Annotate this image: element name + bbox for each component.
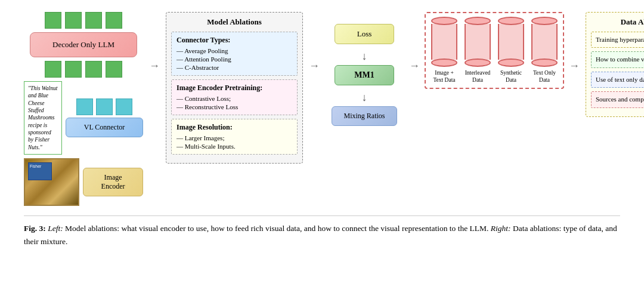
ct-item-3: C-Abstractor [177, 63, 292, 72]
arrow-data-to-ablations: → [569, 12, 580, 72]
ie-item-1: Contrastive Loss; [177, 94, 292, 103]
image-resolution-group: Image Resolution: Larger Images; Multi-S… [171, 119, 298, 155]
caption: Fig. 3: Left: Model ablations: what visu… [24, 215, 620, 248]
arrow-icon: → [149, 60, 160, 72]
cylinder-synthetic: SyntheticData [496, 17, 526, 84]
green-block-m3 [85, 61, 102, 78]
cyl3-label: SyntheticData [500, 69, 522, 84]
ir-item-2: Multi-Scale Inputs. [177, 142, 292, 150]
caption-italic-right: Right: [491, 224, 511, 233]
arrow-icon-4: → [569, 60, 580, 72]
mm1-label: MM1 [354, 70, 374, 79]
vl-connector-label: VL Connector [84, 123, 125, 131]
loss-box: Loss [335, 24, 394, 44]
cyl1-top [431, 17, 457, 25]
da-item-3: Use of text only data? [591, 72, 644, 88]
bottom-row: Fisher Image Encoder [24, 158, 143, 206]
cyl4-body [531, 24, 558, 60]
cyan-block-3 [116, 98, 132, 115]
cyan-blocks-group: VL Connector [66, 98, 143, 137]
green-block-3 [85, 12, 102, 29]
da-item-2: How to combine various data? [591, 51, 644, 67]
cyl4-top [531, 17, 558, 25]
green-block-2 [65, 12, 82, 29]
cylinder-interleaved: InterleavedData [463, 17, 493, 84]
data-ablations-section: Data Ablations Training hyperparameters … [586, 12, 644, 117]
arrow-center-to-data: → [409, 12, 420, 72]
food-image-placeholder: Fisher [24, 158, 79, 206]
mm1-box: MM1 [335, 65, 394, 85]
data-ablations-title: Data Ablations [591, 17, 644, 27]
vl-connector-box: VL Connector [66, 118, 143, 137]
cyan-block-2 [96, 98, 113, 115]
cyl2-top [465, 17, 491, 25]
quote-box: "This Walnut and Blue Cheese Stuffed Mus… [24, 81, 62, 155]
image-resolution-list: Larger Images; Multi-Scale Inputs. [177, 134, 292, 150]
caption-text1: Model ablations: what visual encoder to … [65, 224, 488, 233]
arrow-icon-3: → [409, 60, 420, 72]
arrow-left-to-middle: → [149, 12, 160, 72]
cyan-blocks-row [76, 98, 132, 115]
decoder-label: Decoder Only LLM [52, 40, 114, 49]
diagram-area: Decoder Only LLM "This Walnut and Blue C… [24, 12, 620, 206]
connector-types-heading: Connector Types: [177, 36, 292, 45]
image-encoder-box: Image Encoder [83, 168, 143, 196]
middle-row: "This Walnut and Blue Cheese Stuffed Mus… [24, 81, 143, 155]
cyl2-bottom [465, 58, 491, 67]
left-section: Decoder Only LLM "This Walnut and Blue C… [24, 12, 143, 206]
cyl3-top [498, 17, 524, 25]
green-block-m1 [45, 61, 61, 78]
loss-label: Loss [357, 29, 372, 38]
green-blocks-mid [45, 61, 122, 78]
da-item-4: Sources and composition of data [591, 91, 644, 107]
cyl1-bottom [431, 58, 457, 67]
caption-fig-label: Fig. 3: [24, 224, 46, 233]
green-block-4 [106, 12, 122, 29]
image-encoder-heading: Image Encoder Pretraining: [177, 84, 292, 93]
green-block-1 [45, 12, 61, 29]
connector-types-list: Average Pooling Attention Pooling C-Abst… [177, 47, 292, 72]
cyl4-label: Text OnlyData [533, 69, 556, 84]
green-block-m2 [65, 61, 82, 78]
image-encoder-group: Image Encoder Pretraining: Contrastive L… [171, 79, 298, 115]
model-ablations-title: Model Ablations [171, 17, 298, 27]
green-block-m4 [106, 61, 122, 78]
cylinder-text-only: Text OnlyData [530, 17, 559, 84]
arrow-icon-2: → [309, 60, 320, 72]
image-encoder-label: Image Encoder [101, 173, 125, 190]
connector-types-group: Connector Types: Average Pooling Attenti… [171, 32, 298, 76]
ir-item-1: Larger Images; [177, 134, 292, 142]
decoder-box: Decoder Only LLM [30, 32, 137, 57]
cyl1-body [431, 24, 457, 60]
image-resolution-heading: Image Resolution: [177, 123, 292, 132]
cyl2-label: InterleavedData [465, 69, 491, 84]
cyl3-body [498, 24, 524, 60]
green-blocks-top [45, 12, 122, 29]
ct-item-2: Attention Pooling [177, 55, 292, 63]
ie-item-2: Reconstructive Loss [177, 103, 292, 111]
center-section: Loss ↓ MM1 ↓ Mixing Ratios [326, 12, 403, 126]
caption-italic-left: Left: [48, 224, 63, 233]
down-arrow-1: ↓ [362, 50, 367, 63]
cyan-block-1 [76, 98, 93, 115]
data-cylinders-section: Image +Text Data InterleavedData Synthet… [426, 12, 563, 89]
cyl1-label: Image +Text Data [433, 69, 455, 84]
cylinders-wrapper: Image +Text Data InterleavedData Synthet… [425, 12, 564, 89]
model-ablations-section: Model Ablations Connector Types: Average… [166, 12, 303, 164]
image-encoder-list: Contrastive Loss; Reconstructive Loss [177, 94, 292, 111]
quote-text: "This Walnut and Blue Cheese Stuffed Mus… [28, 85, 57, 150]
da-item-1: Training hyperparameters as we scale [591, 32, 644, 48]
cyl3-bottom [498, 58, 524, 67]
ct-item-1: Average Pooling [177, 47, 292, 55]
mixing-ratios-box: Mixing Ratios [332, 106, 397, 126]
cyl2-body [465, 24, 491, 60]
arrow-middle-to-center: → [309, 12, 320, 72]
cylinder-image-text: Image +Text Data [429, 17, 459, 84]
down-arrow-2: ↓ [362, 91, 367, 104]
cyl4-bottom [531, 58, 558, 67]
mixing-label: Mixing Ratios [343, 112, 385, 120]
